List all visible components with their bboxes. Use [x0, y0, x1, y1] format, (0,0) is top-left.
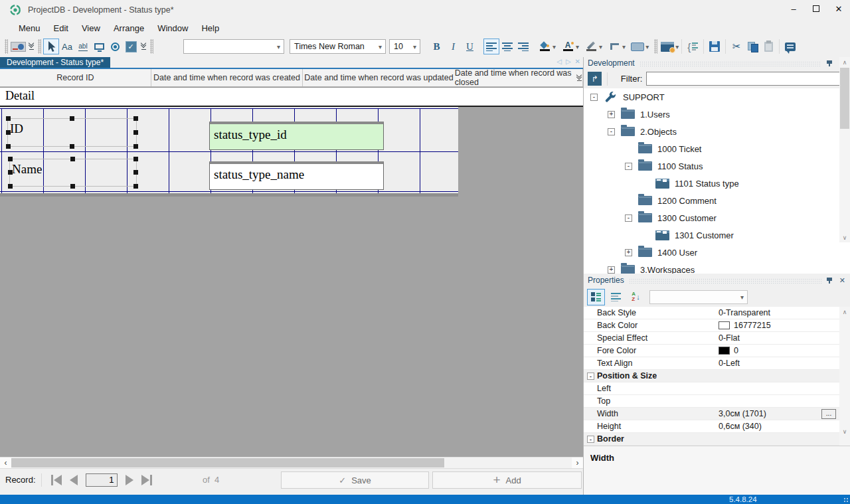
ellipsis-button[interactable]: ...	[821, 409, 836, 419]
detail-band-header[interactable]: Detail	[0, 87, 583, 107]
record-number-input[interactable]	[86, 473, 118, 487]
tree-item[interactable]: 1.Users	[584, 106, 850, 123]
tree-expander[interactable]	[625, 214, 632, 222]
status-type-id-field[interactable]: status_type_id	[209, 122, 384, 150]
locate-object-button[interactable]: ↱	[588, 72, 602, 86]
property-row[interactable]: Special Effect 0-Flat ...	[584, 332, 840, 345]
font-color-button[interactable]: A	[560, 39, 576, 54]
properties-panel-header[interactable]: Properties ✕	[584, 274, 850, 287]
shape-button[interactable]	[630, 39, 645, 54]
column-header[interactable]: Date and time when record was created	[151, 69, 303, 86]
comment-button[interactable]	[782, 39, 798, 54]
form-designer-canvas[interactable]: ID status_type_id Name	[0, 107, 583, 457]
selection-handle[interactable]	[133, 130, 138, 135]
property-value-cell[interactable]: 16777215 ...	[719, 321, 840, 330]
alphabetical-view-button[interactable]	[607, 289, 625, 305]
group-collapse-icon[interactable]	[587, 436, 594, 443]
tree-item[interactable]: 1300 Customer	[584, 209, 850, 226]
scroll-down-button[interactable]: ∨	[839, 426, 850, 436]
menu-item[interactable]: Edit	[47, 22, 75, 35]
minimize-button[interactable]: –	[782, 0, 805, 17]
toolbar-overflow-button[interactable]	[27, 43, 36, 50]
selection-handle[interactable]	[133, 157, 138, 161]
selection-handle[interactable]	[70, 184, 75, 189]
tree-item[interactable]: 2.Objects	[584, 123, 850, 140]
font-size-combo[interactable]: 10 ▾	[389, 39, 420, 54]
tree-item[interactable]: 1301 Customer	[584, 226, 850, 244]
bold-button[interactable]: B	[428, 39, 445, 54]
cut-button[interactable]: ✂	[728, 39, 744, 54]
toolbar-grip[interactable]	[150, 39, 153, 54]
outline-button[interactable]: {	[685, 39, 701, 54]
column-header[interactable]: Record ID	[0, 69, 151, 86]
column-header[interactable]: Date and time when record was updated	[303, 69, 454, 86]
next-record-button[interactable]	[122, 475, 137, 485]
paste-button[interactable]	[760, 39, 776, 54]
align-right-button[interactable]	[515, 39, 531, 54]
italic-button[interactable]: I	[445, 39, 462, 54]
property-row[interactable]: Left ...	[584, 382, 840, 395]
save-button[interactable]	[707, 39, 722, 54]
selection-handle[interactable]	[70, 144, 74, 149]
tree-item[interactable]: 1101 Status type	[584, 175, 850, 192]
menu-item[interactable]: Arrange	[107, 22, 151, 35]
property-row[interactable]: Width 3,0см (1701) ...	[584, 408, 840, 420]
property-value-cell[interactable]: 0-Transparent ...	[719, 308, 840, 317]
toolbar-grip[interactable]	[5, 39, 8, 54]
tab-next-button[interactable]: ▷	[566, 58, 571, 65]
menu-item[interactable]: Window	[151, 22, 195, 35]
border-style-button[interactable]	[606, 39, 622, 54]
property-value-cell[interactable]: 0-Left ...	[719, 359, 840, 368]
resize-grip[interactable]	[843, 497, 849, 503]
selection-handle[interactable]	[6, 116, 11, 121]
object-selector-combo[interactable]: ▾	[649, 290, 748, 304]
form-view-dropdown[interactable]: ▾	[675, 43, 679, 50]
selection-handle[interactable]	[8, 184, 13, 189]
categorized-view-button[interactable]	[587, 289, 605, 305]
column-overflow[interactable]	[572, 69, 583, 87]
scroll-up-button[interactable]: ∧	[839, 307, 850, 317]
checkbox-tool-button[interactable]: ✓	[123, 39, 139, 54]
close-button[interactable]: ✕	[827, 0, 850, 17]
name-label[interactable]: Name	[12, 162, 42, 177]
highlight-pen-dropdown[interactable]: ▾	[599, 43, 602, 50]
property-row[interactable]: Position & Size ...	[584, 370, 840, 382]
tab-development-status-type[interactable]: Development - Status type*	[0, 57, 110, 68]
label-tool-button[interactable]: Aa	[59, 39, 75, 54]
selection-handle[interactable]	[133, 116, 138, 121]
tab-prev-button[interactable]: ◁	[556, 58, 562, 65]
form-image-tool-button[interactable]	[10, 39, 27, 54]
copy-button[interactable]	[744, 39, 760, 54]
property-row[interactable]: Text Align 0-Left ...	[584, 357, 840, 370]
id-label-selection[interactable]: ID	[7, 118, 137, 147]
align-left-button[interactable]	[483, 39, 499, 54]
font-name-combo[interactable]: Times New Roman ▾	[290, 39, 386, 54]
font-color-dropdown[interactable]: ▾	[576, 43, 579, 50]
group-collapse-icon[interactable]	[587, 373, 594, 380]
selection-handle[interactable]	[133, 170, 138, 175]
tree-expander[interactable]	[625, 163, 632, 170]
sort-az-button[interactable]: AZ↓	[627, 289, 645, 305]
pin-icon[interactable]	[826, 277, 833, 284]
toolbar-overflow-button[interactable]	[139, 43, 148, 50]
selection-handle[interactable]	[6, 144, 11, 149]
tree-item[interactable]: 1000 Ticket	[584, 140, 850, 157]
property-row[interactable]: Fore Color 0 ...	[584, 345, 840, 357]
tree-expander[interactable]	[608, 111, 615, 118]
highlight-pen-button[interactable]	[583, 39, 599, 54]
fill-color-button[interactable]	[537, 39, 552, 54]
scroll-up-button[interactable]: ∧	[839, 57, 850, 67]
form-view-button[interactable]	[659, 39, 675, 54]
last-record-button[interactable]	[137, 475, 156, 485]
name-label-selection[interactable]: Name	[9, 159, 137, 187]
toolbar-grip[interactable]	[38, 39, 41, 54]
property-row[interactable]: Back Color 16777215 ...	[584, 319, 840, 332]
selection-handle[interactable]	[8, 157, 13, 161]
status-type-name-field[interactable]: status_type_name	[209, 161, 384, 190]
property-row[interactable]: Border ...	[584, 433, 840, 446]
shape-dropdown[interactable]: ▾	[645, 43, 649, 50]
menu-item[interactable]: View	[75, 22, 107, 35]
properties-scrollbar[interactable]: ∧ ∨	[839, 307, 850, 446]
maximize-button[interactable]	[805, 0, 827, 17]
radio-tool-button[interactable]	[107, 39, 123, 54]
